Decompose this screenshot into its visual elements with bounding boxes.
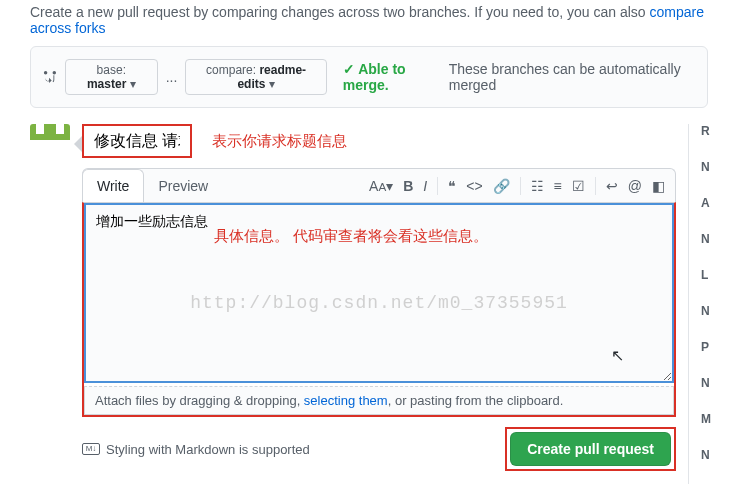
mention-icon[interactable]: @ bbox=[628, 178, 642, 194]
code-icon[interactable]: <> bbox=[466, 178, 482, 194]
compare-icon bbox=[43, 69, 57, 85]
attach-hint: Attach files by dragging & dropping, sel… bbox=[84, 386, 674, 415]
task-list-icon[interactable]: ☑ bbox=[572, 178, 585, 194]
create-pr-button[interactable]: Create pull request bbox=[510, 432, 671, 466]
editor-toolbar: AA▾ B I ❝ <> 🔗 ☷ ≡ ☑ ↩ @ ◧ bbox=[369, 177, 675, 195]
quote-icon[interactable]: ❝ bbox=[448, 178, 456, 194]
markdown-icon: M↓ bbox=[82, 443, 100, 455]
merge-status: Able to merge. bbox=[343, 61, 441, 93]
markdown-hint[interactable]: M↓ Styling with Markdown is supported bbox=[82, 442, 310, 457]
link-icon[interactable]: 🔗 bbox=[493, 178, 510, 194]
number-list-icon[interactable]: ≡ bbox=[554, 178, 562, 194]
editor-tabs: Write Preview AA▾ B I ❝ <> 🔗 ☷ ≡ ☑ ↩ @ ◧ bbox=[82, 168, 676, 202]
text-size-icon[interactable]: AA▾ bbox=[369, 178, 393, 194]
compare-branch-button[interactable]: compare: readme-edits ▾ bbox=[185, 59, 326, 95]
body-wrap: 增加一些励志信息 具体信息。 代码审查者将会看这些信息。 http://blog… bbox=[82, 202, 676, 417]
branch-compare-bar: base: master ▾ ... compare: readme-edits… bbox=[30, 46, 708, 108]
reply-icon[interactable]: ↩ bbox=[606, 178, 618, 194]
bullet-list-icon[interactable]: ☷ bbox=[531, 178, 544, 194]
select-files-link[interactable]: selecting them bbox=[304, 393, 388, 408]
base-branch-button[interactable]: base: master ▾ bbox=[65, 59, 158, 95]
merge-description: These branches can be automatically merg… bbox=[449, 61, 695, 93]
tab-preview[interactable]: Preview bbox=[144, 170, 222, 202]
title-annotation: 表示你请求标题信息 bbox=[212, 132, 347, 151]
body-textarea[interactable]: 增加一些励志信息 bbox=[84, 203, 674, 383]
bookmark-icon[interactable]: ◧ bbox=[652, 178, 665, 194]
sidebar: RN AN LN PN MN bbox=[688, 124, 708, 484]
bold-icon[interactable]: B bbox=[403, 178, 413, 194]
ellipsis: ... bbox=[166, 69, 178, 85]
avatar bbox=[30, 124, 70, 164]
tab-write[interactable]: Write bbox=[82, 169, 144, 203]
italic-icon[interactable]: I bbox=[423, 178, 427, 194]
pr-form: 表示你请求标题信息 Write Preview AA▾ B I ❝ <> 🔗 ☷… bbox=[82, 124, 676, 484]
title-input[interactable] bbox=[82, 124, 192, 158]
intro-text: Create a new pull request by comparing c… bbox=[0, 0, 738, 46]
